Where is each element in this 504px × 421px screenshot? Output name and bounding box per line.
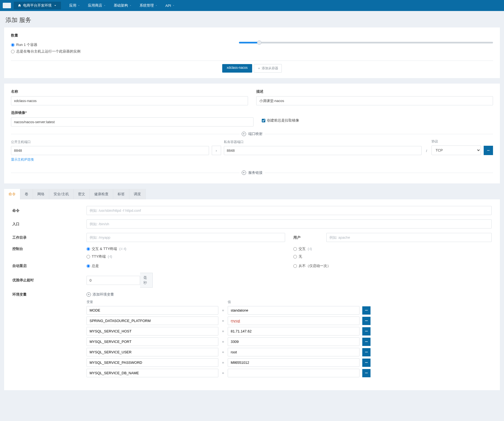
env-key-input[interactable] [87,358,218,367]
env-val-input[interactable] [228,317,360,325]
restart-opt2[interactable]: 从不（仅启动一次） [293,263,492,268]
env-label: 环境变量 [12,292,87,297]
env-val-input[interactable] [228,327,360,335]
private-port-label: 私有容器端口 [224,140,422,144]
chevron-down-icon [77,4,80,7]
top-nav: 电商平台开发环境 应用 应用商店 基础架构 系统管理 API [0,0,504,11]
qty-radio-everyhost[interactable] [11,50,15,53]
container-tab-active[interactable]: xdclass-nacos [222,64,252,73]
nav-api[interactable]: API [165,3,175,8]
arrow-right-icon: › [212,146,221,155]
env-row: =− [87,358,492,367]
env-val-input[interactable] [228,369,360,377]
env-row: =− [87,306,492,315]
chevron-down-icon [172,4,175,7]
name-label: 名称 [11,89,248,94]
add-env-var[interactable]: + 添加环境变量 [87,292,492,297]
qty-label: 数量 [11,33,493,38]
env-val-input[interactable] [228,348,360,356]
public-port-label: 公开主机端口 [11,140,209,144]
private-port-input[interactable] [224,146,422,155]
env-remove-button[interactable]: − [362,359,371,367]
workdir-input[interactable] [87,233,285,242]
env-remove-button[interactable]: − [362,348,371,356]
console-opt3[interactable]: 交互 (-i) [293,246,492,251]
env-remove-button[interactable]: − [362,317,371,325]
workdir-label: 工作目录 [12,235,87,240]
console-opt1[interactable]: 交互 & TTY终端 (-i -t) [87,246,285,251]
add-slave-container[interactable]: ＋ 添加从容器 [254,64,282,73]
pull-checkbox[interactable] [262,119,265,122]
qty-radio-run[interactable] [11,43,15,47]
console-opt4[interactable]: 无 [293,254,492,259]
entry-input[interactable] [87,219,492,229]
plus-circle-icon[interactable]: + [242,132,246,136]
logo-icon [3,3,11,8]
tab-network[interactable]: 网络 [33,189,49,199]
image-input[interactable] [11,117,254,126]
port-remove-button[interactable]: − [484,146,493,155]
console-opt2[interactable]: TTY终端 (-t) [87,254,285,259]
env-key-input[interactable] [87,327,218,335]
image-label: 选择镜像* [11,110,254,115]
qty-opt-everyhost[interactable]: 总是在每台主机上运行一个此容器的实例 [11,49,121,54]
user-input[interactable] [326,233,492,242]
entry-label: 入口 [12,222,87,227]
home-icon [18,4,21,7]
slash-sep: / [424,149,429,155]
env-val-input[interactable] [228,306,360,315]
nav-admin[interactable]: 系统管理 [140,3,158,8]
env-remove-button[interactable]: − [362,306,371,315]
env-val-input[interactable] [228,337,360,346]
cmd-label: 命令 [12,208,87,213]
env-selector[interactable]: 电商平台开发环境 [14,2,61,9]
nav-catalog[interactable]: 应用商店 [88,3,106,8]
tab-health[interactable]: 健康检查 [90,189,113,199]
show-host-ip-link[interactable]: 显示主机IP选项 [11,157,34,162]
tab-secrets[interactable]: 密文 [74,189,90,199]
chevron-down-icon [53,4,57,7]
qty-slider[interactable] [239,42,493,43]
env-key-input[interactable] [87,337,218,346]
nav-apps[interactable]: 应用 [69,3,80,8]
chevron-down-icon [103,4,106,7]
public-port-input[interactable] [11,146,209,155]
slider-thumb[interactable] [257,40,261,45]
restart-label: 自动重启 [12,263,87,268]
env-key-input[interactable] [87,317,218,325]
env-remove-button[interactable]: − [362,338,371,346]
chevron-down-icon [155,4,158,7]
name-input[interactable] [11,96,248,105]
env-key-input[interactable] [87,306,218,315]
equals-sep: = [221,350,225,354]
qty-opt-run[interactable]: Run 1 个容器 [11,42,121,47]
env-key-input[interactable] [87,348,218,356]
timeout-unit: 毫秒 [140,273,153,288]
tab-labels[interactable]: 标签 [113,189,129,199]
pull-label: 创建前总是拉取镜像 [267,118,299,123]
protocol-select[interactable]: TCP [431,145,481,155]
cmd-input[interactable] [87,206,492,215]
timeout-input[interactable] [87,276,140,285]
timeout-label: 优雅停止超时 [12,278,87,283]
plus-circle-icon[interactable]: + [242,170,246,175]
nav-infra[interactable]: 基础架构 [114,3,132,8]
equals-sep: = [221,319,225,323]
tab-volumes[interactable]: 卷 [20,189,33,199]
env-key-input[interactable] [87,369,218,377]
env-remove-button[interactable]: − [362,369,371,377]
restart-opt1[interactable]: 总是 [87,263,285,268]
env-name: 电商平台开发环境 [23,3,52,8]
command-tab-body: 命令 入口 工作目录 用户 控制台 交互 & TTY终端 (-i -t) TTY… [4,199,500,390]
tab-command[interactable]: 命令 [4,189,20,199]
console-label: 控制台 [12,246,87,251]
env-val-input[interactable] [228,358,360,367]
desc-input[interactable] [256,96,493,105]
equals-sep: = [221,340,225,344]
tab-schedule[interactable]: 调度 [129,189,146,199]
env-row: =− [87,369,492,377]
env-remove-button[interactable]: − [362,327,371,335]
nav-menu: 应用 应用商店 基础架构 系统管理 API [69,3,175,8]
port-row: 公开主机端口 › 私有容器端口 / 协议 TCP − [11,139,493,155]
tab-security[interactable]: 安全/主机 [49,189,74,199]
